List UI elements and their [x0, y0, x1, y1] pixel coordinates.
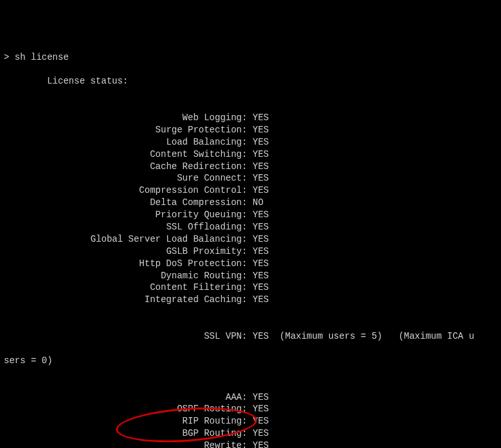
command-line: > sh license [4, 51, 497, 64]
feature-value: YES [253, 271, 269, 281]
feature-label: Content Filtering [4, 282, 242, 294]
feature-label: Surge Protection [4, 124, 242, 136]
feature-line: Content Switching: YES [4, 148, 497, 161]
feature-label: Rewrite [4, 440, 242, 448]
command-text: sh license [15, 52, 69, 62]
feature-value: NO [253, 197, 264, 208]
feature-line: Content Filtering: YES [4, 282, 497, 294]
feature-value: YES [253, 440, 269, 448]
feature-line: Http DoS Protection: YES [4, 258, 497, 270]
feature-label: Dynamic Routing [4, 270, 242, 282]
feature-label: Content Switching [4, 148, 242, 161]
sslvpn-line: SSL VPN: YES (Maximum users = 5) (Maximu… [4, 330, 497, 343]
feature-line: Rewrite: YES [4, 440, 497, 448]
feature-label: Web Logging [4, 112, 242, 124]
feature-label: Cache Redirection [4, 161, 242, 173]
feature-value: YES [253, 112, 269, 123]
feature-label: Priority Queuing [4, 209, 242, 221]
feature-line: Priority Queuing: YES [4, 209, 497, 221]
feature-value: YES [253, 282, 269, 292]
sslvpn-extra: (Maximum users = 5) (Maximum ICA u [269, 331, 474, 341]
sslvpn-wrap-line: sers = 0) [4, 355, 497, 367]
feature-line: Dynamic Routing: YES [4, 270, 497, 282]
feature-value: YES [253, 246, 269, 256]
feature-label: Load Balancing [4, 136, 242, 148]
feature-value: YES [253, 137, 269, 147]
feature-value: YES [253, 294, 269, 305]
feature-value: YES [253, 210, 269, 220]
feature-label: Global Server Load Balancing [4, 233, 242, 246]
feature-label: Http DoS Protection [4, 258, 242, 270]
sslvpn-value: YES [253, 331, 269, 341]
feature-label: Delta Compression [4, 197, 242, 209]
feature-label: Integrated Caching [4, 294, 242, 306]
feature-label: AAA [4, 391, 242, 404]
feature-value: YES [253, 185, 269, 195]
feature-line: Compression Control: YES [4, 184, 497, 197]
feature-line: Cache Redirection: YES [4, 161, 497, 173]
feature-value: YES [253, 428, 269, 438]
feature-label: RIP Routing [4, 415, 242, 427]
feature-label: OSPF Routing [4, 403, 242, 415]
feature-value: YES [253, 392, 269, 402]
feature-value: YES [253, 161, 269, 172]
feature-line: AAA: YES [4, 391, 497, 404]
feature-value: YES [253, 222, 269, 232]
prompt-symbol: > [4, 52, 9, 62]
feature-value: YES [253, 149, 269, 159]
feature-value: YES [253, 173, 269, 183]
feature-label: Compression Control [4, 184, 242, 197]
feature-line: Surge Protection: YES [4, 124, 497, 136]
feature-line: Web Logging: YES [4, 112, 497, 124]
feature-line: Load Balancing: YES [4, 136, 497, 148]
feature-value: YES [253, 125, 269, 135]
feature-value: YES [253, 258, 269, 269]
feature-value: YES [253, 404, 269, 414]
feature-line: SSL Offloading: YES [4, 221, 497, 233]
header-line: License status: [4, 75, 497, 87]
feature-line: Integrated Caching: YES [4, 294, 497, 306]
feature-line: Sure Connect: YES [4, 172, 497, 184]
feature-label: SSL Offloading [4, 221, 242, 233]
feature-line: GSLB Proximity: YES [4, 246, 497, 258]
feature-label: GSLB Proximity [4, 246, 242, 258]
feature-label: BGP Routing [4, 427, 242, 440]
license-status-header: License status: [47, 76, 128, 86]
feature-line: RIP Routing: YES [4, 415, 497, 427]
feature-line: BGP Routing: YES [4, 427, 497, 440]
sslvpn-label: SSL VPN [4, 330, 242, 343]
feature-value: YES [253, 416, 269, 426]
feature-line: Delta Compression: NO [4, 197, 497, 209]
feature-line: Global Server Load Balancing: YES [4, 233, 497, 246]
feature-line: OSPF Routing: YES [4, 403, 497, 415]
feature-value: YES [253, 234, 269, 244]
feature-label: Sure Connect [4, 172, 242, 184]
